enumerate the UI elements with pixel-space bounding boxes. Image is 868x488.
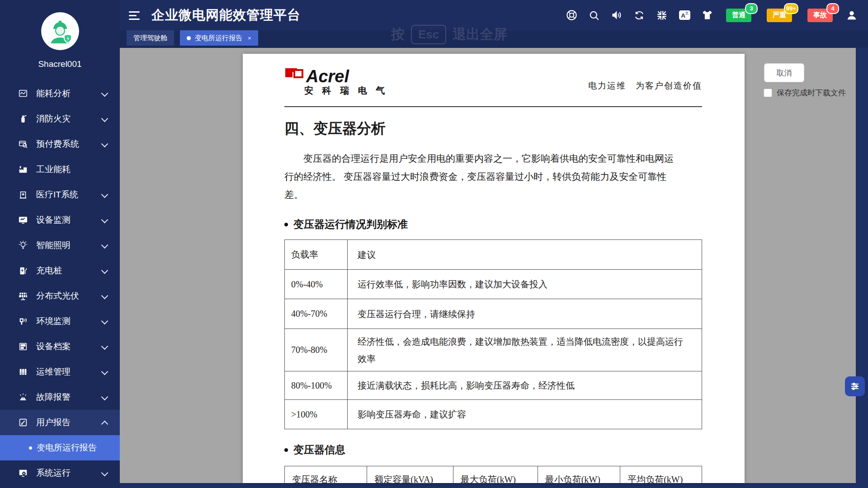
help-lifebuoy-icon[interactable]: [565, 9, 578, 22]
tab-label: 变电所运行报告: [195, 34, 242, 42]
sidebar-item-energy-analysis[interactable]: 能耗分析: [0, 81, 120, 106]
table-row: 0%-40% 运行效率低，影响功率因数，建议加大设备投入: [285, 270, 702, 299]
theme-shirt-icon[interactable]: [701, 9, 713, 22]
section-title-text: 变压器运行情况判别标准: [293, 217, 408, 231]
download-checkbox[interactable]: [764, 89, 772, 97]
sidebar-item-label: 工业能耗: [36, 164, 71, 175]
tab-dashboard[interactable]: 管理驾驶舱: [127, 30, 174, 46]
document-title: 四、变压器分析: [284, 119, 702, 139]
sidebar-item-label: 设备档案: [36, 341, 71, 352]
sidebar-item-prepaid-system[interactable]: 预付费系统: [0, 131, 120, 157]
active-tab-dot-icon: [187, 36, 191, 40]
chevron-down-icon: [101, 292, 108, 300]
sidebar-item-label: 环境监测: [36, 315, 71, 327]
section-bullet-icon: [284, 223, 288, 226]
sidebar-item-label: 预付费系统: [36, 138, 79, 150]
header-divider: [284, 106, 702, 107]
document-header: Acrel 安 科 瑞 电 气 电力运维 为客户创造价值: [284, 54, 702, 101]
acrel-logo-mark-icon: [284, 67, 304, 86]
chevron-down-icon: [101, 394, 108, 401]
sidebar-item-fault-alarm[interactable]: 故障报警: [0, 385, 120, 410]
cell-advice: 经济性低，会造成电能浪费，建议增加散热装置，适当降低电流密度，以提高运行 效率: [348, 329, 702, 371]
solar-panel-icon: [18, 291, 28, 301]
settings-sliders-button[interactable]: [845, 376, 865, 396]
header-actions: A文 普通 3 严重 99+ 事故 4: [565, 9, 858, 22]
chevron-down-icon: [101, 115, 108, 122]
badge-label: 事故: [813, 11, 827, 19]
top-header-bar: 企业微电网能效管理平台 A文 普通 3 严重 99+ 事故: [120, 0, 868, 30]
section-title-transformer-info: 变压器信息: [284, 443, 702, 457]
user-profile-icon[interactable]: [845, 9, 858, 22]
alarm-badge-severe[interactable]: 严重 99+: [767, 9, 792, 22]
sidebar-item-device-archive[interactable]: 设备档案: [0, 334, 120, 359]
tab-label: 管理驾驶舱: [133, 34, 167, 42]
language-translate-icon[interactable]: A文: [678, 9, 691, 22]
col-header-advice: 建议: [348, 240, 702, 270]
menu-fold-icon[interactable]: [129, 11, 140, 20]
transformer-info-table: 变压器名称 额定容量(kVA) 最大负荷(kW) 最小负荷(kW) 平均负荷(k…: [284, 466, 702, 483]
chevron-down-icon: [101, 318, 108, 325]
bulb-icon: [18, 240, 28, 250]
avatar[interactable]: [41, 12, 79, 50]
sidebar-item-industrial-energy[interactable]: 工业能耗: [0, 157, 120, 182]
alarm-siren-icon: [18, 392, 28, 402]
accident-count: 4: [826, 3, 839, 14]
sidebar-item-ops-management[interactable]: 运维管理: [0, 359, 120, 385]
brand-sub-name: 安 科 瑞 电 气: [304, 84, 388, 97]
refresh-icon[interactable]: [633, 9, 646, 22]
sliders-icon: [849, 381, 860, 392]
sidebar-item-label: 充电桩: [36, 265, 62, 277]
sound-speaker-icon[interactable]: [610, 9, 623, 22]
section-bullet-icon: [284, 448, 288, 452]
tab-bar: 管理驾驶舱 变电所运行报告 ×: [120, 30, 868, 48]
sidebar-item-label: 智能照明: [36, 239, 71, 251]
sidebar-item-label: 用户报告: [36, 417, 71, 428]
report-document-page: Acrel 安 科 瑞 电 气 电力运维 为客户创造价值 四、变压器分析 变压器…: [243, 54, 745, 483]
col-header-min-load: 最小负荷(kW): [538, 466, 620, 483]
username: Shacrel001: [0, 59, 120, 69]
chevron-down-icon: [101, 141, 108, 148]
search-icon[interactable]: [588, 9, 600, 22]
table-row: 70%-80% 经济性低，会造成电能浪费，建议增加散热装置，适当降低电流密度，以…: [285, 329, 702, 371]
factory-icon: [18, 164, 28, 174]
table-row: >100% 影响变压器寿命，建议扩容: [285, 400, 702, 429]
sidebar-item-environment-monitoring[interactable]: 环境监测: [0, 309, 120, 334]
sidebar-item-device-monitoring[interactable]: 设备监测: [0, 207, 120, 233]
col-header-max-load: 最大负荷(kW): [453, 466, 538, 483]
cell-rate: 0%-40%: [285, 270, 348, 299]
cell-rate: 70%-80%: [285, 329, 348, 371]
badge-label: 普通: [732, 11, 745, 19]
chevron-down-icon: [101, 216, 108, 224]
sidebar-item-user-report[interactable]: 用户报告: [0, 410, 120, 435]
sidebar-item-smart-lighting[interactable]: 智能照明: [0, 233, 120, 258]
sidebar-menu: 能耗分析 消防火灾 预付费系统 工业能耗 医疗IT系统 设备监测: [0, 81, 120, 486]
svg-text:文: 文: [685, 11, 689, 15]
worker-avatar-icon: [44, 15, 76, 47]
cell-rate: >100%: [285, 400, 348, 429]
content-canvas: Acrel 安 科 瑞 电 气 电力运维 为客户创造价值 四、变压器分析 变压器…: [120, 48, 868, 488]
sidebar-item-ev-charger[interactable]: 充电桩: [0, 258, 120, 283]
tab-close-icon[interactable]: ×: [248, 35, 251, 42]
sidebar-subitem-substation-report[interactable]: 变电所运行报告: [0, 435, 120, 460]
cancel-button[interactable]: 取消: [764, 63, 804, 82]
report-edit-icon: [18, 418, 28, 427]
table-header-row: 负载率 建议: [285, 240, 702, 270]
sidebar-item-medical-it[interactable]: 医疗IT系统: [0, 182, 120, 207]
tab-substation-report[interactable]: 变电所运行报告 ×: [180, 30, 258, 46]
alarm-badge-accident[interactable]: 事故 4: [807, 9, 833, 22]
bottom-navy-strip: [120, 483, 868, 488]
alarm-badge-normal[interactable]: 普通 3: [726, 9, 751, 22]
chevron-up-icon: [101, 421, 108, 428]
sidebar-item-fire-safety[interactable]: 消防火灾: [0, 106, 120, 131]
cell-advice: 影响变压器寿命，建议扩容: [348, 400, 702, 429]
app-root: Shacrel001 能耗分析 消防火灾 预付费系统 工业能耗 医疗IT系统: [0, 0, 868, 488]
right-navy-strip: [856, 48, 868, 488]
sidebar-item-distributed-pv[interactable]: 分布式光伏: [0, 283, 120, 309]
page-title: 企业微电网能效管理平台: [151, 6, 301, 24]
sidebar-item-label: 分布式光伏: [36, 290, 79, 302]
download-checkbox-label: 保存完成时下载文件: [777, 88, 846, 98]
exit-fullscreen-icon[interactable]: [656, 9, 668, 22]
sidebar-item-label: 能耗分析: [36, 88, 71, 99]
sidebar-item-label: 故障报警: [36, 391, 71, 403]
sidebar-item-system-operation[interactable]: 系统运行: [0, 460, 120, 486]
